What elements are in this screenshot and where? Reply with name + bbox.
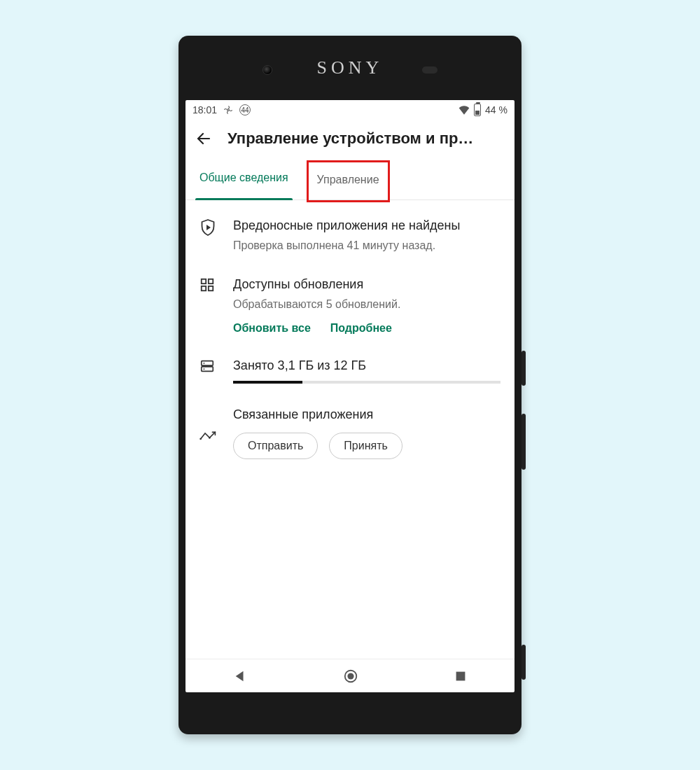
section-linked-apps: Связанные приложения Отправить Принять [200,406,500,459]
status-time: 18:01 [192,104,217,115]
section-updates[interactable]: Доступны обновления Обрабатываются 5 обн… [200,276,500,335]
notification-badge: 44 [239,104,251,115]
hw-button [522,414,526,470]
phone-frame: SONY 18:01 44 44 % [178,36,522,734]
section-protect[interactable]: Вредоносные приложения не найдены Провер… [200,217,500,253]
svg-rect-6 [202,360,214,365]
svg-rect-2 [202,279,206,284]
nav-back-button[interactable] [234,670,246,682]
back-button[interactable] [195,130,212,147]
svg-point-8 [204,363,205,364]
wifi-icon [458,105,470,115]
apps-icon [200,276,218,335]
protect-title: Вредоносные приложения не найдены [233,217,500,234]
section-storage[interactable]: Занято 3,1 ГБ из 12 ГБ [200,357,500,384]
svg-rect-7 [202,367,214,371]
svg-point-11 [209,437,211,439]
svg-point-9 [204,368,205,370]
storage-text: Занято 3,1 ГБ из 12 ГБ [233,357,500,374]
svg-point-10 [200,438,202,440]
nav-home-button[interactable] [343,668,358,684]
updates-subtitle: Обрабатываются 5 обновлений. [233,297,500,312]
front-camera [262,65,272,75]
callout-highlight: Управление [307,160,390,202]
hw-button [522,351,526,386]
storage-progress [233,381,500,384]
receive-button[interactable]: Принять [329,433,402,459]
svg-rect-5 [209,286,213,290]
storage-icon [200,357,218,384]
tab-manage[interactable]: Управление [316,167,381,193]
device-brand: SONY [317,57,384,78]
svg-rect-14 [456,671,465,680]
storage-progress-fill [233,381,302,384]
linked-apps-title: Связанные приложения [233,406,500,423]
status-bar: 18:01 44 44 % [186,100,514,120]
svg-rect-3 [209,279,213,284]
page-title: Управление устройством и пр… [227,130,505,148]
battery-icon [474,104,481,116]
tab-overview[interactable]: Общие сведения [198,164,290,200]
hw-button [522,645,526,680]
send-button[interactable]: Отправить [233,433,318,459]
update-all-link[interactable]: Обновить все [233,322,311,335]
svg-point-13 [347,673,354,679]
fan-icon [223,104,234,115]
app-header: Управление устройством и пр… [186,120,514,152]
svg-point-0 [227,109,230,111]
share-icon [200,406,218,459]
android-navbar [186,659,514,692]
updates-title: Доступны обновления [233,276,500,293]
updates-details-link[interactable]: Подробнее [330,322,392,335]
screen: 18:01 44 44 % [186,100,514,692]
shield-play-icon [200,217,218,253]
content: Вредоносные приложения не найдены Провер… [186,200,514,659]
bezel-top: SONY [178,36,522,100]
nav-recent-button[interactable] [455,671,466,682]
svg-rect-4 [202,286,206,290]
tabs: Общие сведения Управление [186,152,514,200]
bezel-bottom [178,692,522,734]
battery-text: 44 % [485,104,507,115]
protect-subtitle: Проверка выполнена 41 минуту назад. [233,238,500,253]
sensor [422,66,438,74]
